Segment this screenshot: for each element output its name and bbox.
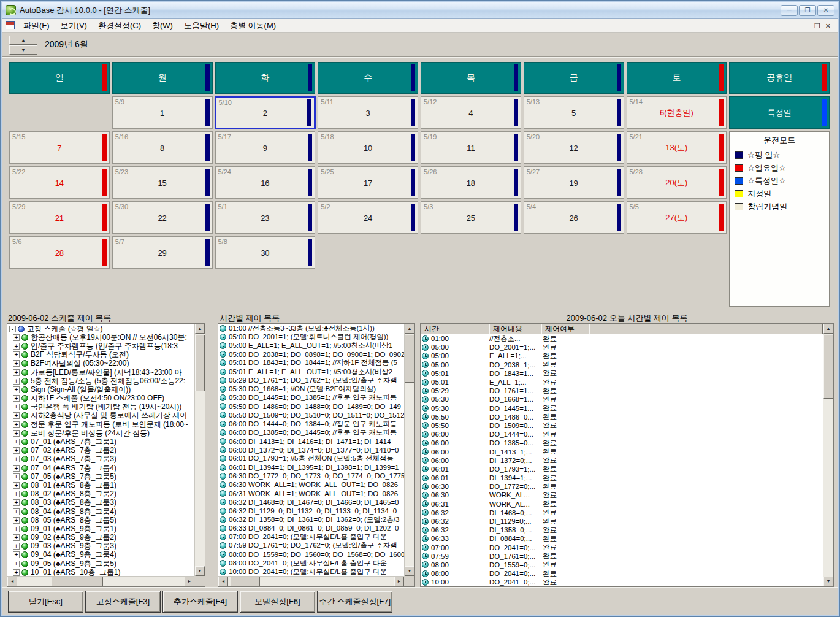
expand-icon[interactable]: + — [13, 360, 20, 367]
expand-icon[interactable]: + — [13, 499, 20, 506]
function-button[interactable]: 모델설정[F6] — [240, 591, 315, 613]
hourly-list-item[interactable]: 06:32 DI_1358=0; DI_1361=0; DI_1362=0; (… — [218, 515, 404, 524]
hourly-list-item[interactable]: 08:00 DO_1559=0; DO_1560=0; DO_1568=0; D… — [218, 550, 404, 559]
hourly-control-list[interactable]: 01:00 //전층소등3~33층 (모델:♣전체소등(1시))05:00 DO… — [218, 324, 404, 576]
expand-icon[interactable]: + — [13, 386, 20, 393]
calendar-day-cell[interactable]: 5/628 — [9, 236, 110, 269]
calendar-day-cell[interactable]: 5/157 — [9, 131, 110, 164]
month-down-button[interactable]: ▼ — [9, 45, 37, 55]
today-table-row[interactable]: 06:01DO_1793=1;...완료 — [421, 465, 823, 473]
expand-icon[interactable]: + — [13, 551, 20, 558]
expand-icon[interactable]: + — [13, 439, 20, 445]
column-header[interactable]: 제어여부 — [541, 324, 589, 334]
calendar-day-cell[interactable]: 5/135 — [524, 96, 624, 129]
today-table-row[interactable]: 06:33DI_0884=0;...완료 — [421, 534, 823, 543]
hourly-list-item[interactable]: 06:01 DO_1793=1; //5층 전체ON (모델:5층 전체점등 — [218, 454, 404, 463]
scroll-right-button[interactable]: ► — [394, 577, 404, 586]
expand-icon[interactable]: + — [13, 508, 20, 515]
calendar-day-cell[interactable]: 5/2012 — [524, 131, 624, 164]
today-table-row[interactable]: 07:00DO_2041=0;...완료 — [421, 543, 823, 552]
menu-item[interactable]: 환경설정(C) — [93, 19, 147, 33]
hourly-list-item[interactable]: 07:00 DO_2041=0; (모델:사무실E/L홀 출입구 다운 — [218, 533, 404, 542]
menu-item[interactable]: 파일(F) — [18, 19, 55, 33]
today-table-row[interactable]: 06:32DI_1358=0;...완료 — [421, 526, 823, 534]
hourly-list-item[interactable]: 05:01 DO_1843=1; DO_1844=1; //지하1F 전체점등 … — [218, 359, 404, 367]
function-button[interactable]: 고정스케줄[F3] — [85, 591, 161, 613]
today-table-row[interactable]: 06:30WORK_AL...완료 — [421, 491, 823, 499]
scroll-down-button[interactable]: ▼ — [195, 566, 205, 576]
today-table-row[interactable]: 07:59DO_1761=0;...완료 — [421, 552, 823, 561]
hourly-list-item[interactable]: 10:00 DO_2041=0; (모델:사무실E/L홀 출입구 다운 — [218, 567, 404, 576]
calendar-day-cell[interactable]: 5/729 — [112, 236, 213, 269]
calendar-day-cell[interactable]: 5/2618 — [421, 166, 521, 199]
hourly-list-item[interactable]: 01:00 //전층소등3~33층 (모델:♣전체소등(1시)) — [218, 324, 404, 332]
today-table-row[interactable]: 06:00DO_1444=0...완료 — [421, 430, 823, 439]
tree-item[interactable]: +10_01 (♣ARS_10층_그룹1) — [7, 568, 194, 576]
scroll-down-button[interactable]: ▼ — [405, 566, 414, 576]
tree-vertical-scrollbar[interactable]: ▲ ▼ — [194, 324, 205, 576]
expand-icon[interactable]: + — [13, 561, 20, 567]
scrollbar-thumb[interactable] — [823, 335, 833, 399]
menu-item[interactable]: 보기(V) — [55, 19, 93, 33]
expand-icon[interactable]: + — [13, 378, 20, 385]
calendar-day-cell[interactable]: 5/2921 — [9, 201, 110, 234]
calendar-day-cell[interactable]: 5/2214 — [9, 166, 110, 199]
function-button[interactable]: 주간 스케줄설정[F7] — [317, 591, 392, 613]
expand-icon[interactable]: + — [13, 421, 20, 428]
today-table-row[interactable]: 05:29DO_1761=1...완료 — [421, 386, 823, 395]
scroll-left-button[interactable]: ◄ — [7, 577, 17, 586]
scrollbar-thumb[interactable] — [231, 577, 260, 586]
expand-icon[interactable]: + — [13, 569, 20, 576]
today-table-row[interactable]: 05:50DO_1486=0...완료 — [421, 413, 823, 421]
expand-icon[interactable]: + — [13, 430, 20, 437]
calendar-day-cell[interactable]: 5/2517 — [318, 166, 418, 199]
hourly-list-item[interactable]: 06:00 DO_1444=0; DO_1384=0; //정문 입구 캐노피등 — [218, 420, 404, 428]
hourly-list-item[interactable]: 06:32 DI_1129=0; DI_1132=0; DI_1133=0; D… — [218, 507, 404, 515]
calendar-day-cell[interactable]: 5/2315 — [112, 166, 213, 199]
scroll-up-button[interactable]: ▲ — [405, 324, 414, 334]
expand-icon[interactable]: + — [13, 526, 20, 532]
expand-icon[interactable]: + — [13, 404, 20, 410]
expand-icon[interactable]: + — [13, 543, 20, 550]
today-table-row[interactable]: 05:01DO_1843=1...완료 — [421, 369, 823, 378]
today-table-row[interactable]: 06:32DI_1468=0;...완료 — [421, 508, 823, 517]
expand-icon[interactable]: + — [13, 412, 20, 419]
today-table-row[interactable]: 05:00DO_2038=1;...완료 — [421, 361, 823, 369]
calendar-day-cell[interactable]: 5/2416 — [215, 166, 316, 199]
restore-button[interactable]: ❐ — [799, 5, 816, 16]
expand-icon[interactable]: + — [13, 351, 20, 358]
hourly-list-item[interactable]: 06:30 DO_1772=0; DO_1773=0; DO_1774=0; D… — [218, 472, 404, 480]
calendar-day-cell[interactable]: 5/91 — [112, 96, 213, 129]
today-table-row[interactable]: 08:00DO_2041=0;...완료 — [421, 569, 823, 578]
expand-icon[interactable]: + — [13, 456, 20, 462]
calendar-day-cell[interactable]: 5/830 — [215, 236, 316, 269]
hourly-list-item[interactable]: 06:30 WORK_ALL=1; WORK_ALL_OUT=1; DO_082… — [218, 480, 404, 489]
today-table-row[interactable]: 08:00DO_1559=0;...완료 — [421, 561, 823, 569]
today-table-row[interactable]: 05:01E_ALL=1;...완료 — [421, 378, 823, 386]
calendar-day-cell[interactable]: 5/527(토) — [627, 201, 727, 234]
hourly-list-item[interactable]: 06:00 DI_1413=1; DI_1416=1; DI_1471=1; D… — [218, 437, 404, 445]
hourly-list-item[interactable]: 07:59 DO_1761=0; DO_1762=0; (모델:입/출구 주차램 — [218, 542, 404, 550]
calendar-day-cell[interactable]: 5/123 — [215, 201, 316, 234]
scroll-up-button[interactable]: ▲ — [823, 324, 833, 334]
today-table-row[interactable]: 05:50DO_1509=0...완료 — [421, 421, 823, 430]
hourly-list-item[interactable]: 05:01 E_ALL=1; E_ALL_OUT=1; //5:00청소시(비상… — [218, 367, 404, 376]
calendar-day-cell[interactable]: 5/168 — [112, 131, 213, 164]
column-header[interactable]: 제어내용 — [489, 324, 541, 334]
today-table-row[interactable]: 06:30DO_1772=0;...완료 — [421, 482, 823, 491]
hourly-list-item[interactable]: 08:00 DO_2041=0; (모델:사무실E/L홀 출입구 다운 — [218, 559, 404, 567]
schedule-tree[interactable]: -고정 스케줄 (☆평 일☆)+항공장애등 (오후19시00분:ON // 오전… — [7, 324, 194, 576]
expand-icon[interactable]: + — [13, 491, 20, 497]
hourly-list-item[interactable]: 05:00 DO_2001=1; (모델:휘트니스클럽 제어(평일)) — [218, 332, 404, 341]
scroll-up-button[interactable]: ▲ — [195, 324, 205, 334]
today-table-row[interactable]: 01:00//전층소...완료 — [421, 334, 823, 343]
hourly-list-item[interactable]: 05:29 DO_1761=1; DO_1762=1; (모델:입/출구 주차램 — [218, 376, 404, 385]
today-table-row[interactable]: 06:00DI_1413=1;...완료 — [421, 447, 823, 456]
calendar-day-cell[interactable]: 5/124 — [421, 96, 521, 129]
calendar-day-cell[interactable]: 5/146(현충일) — [627, 96, 727, 129]
expand-icon[interactable]: + — [13, 517, 20, 524]
menu-item[interactable]: 창(W) — [147, 19, 178, 33]
calendar-day-cell[interactable]: 5/325 — [421, 201, 521, 234]
today-table-row[interactable]: 05:00E_ALL=1;...완료 — [421, 351, 823, 360]
today-control-table[interactable]: 시간제어내용제어여부 01:00//전층소...완료05:00DO_2001=1… — [421, 324, 823, 586]
